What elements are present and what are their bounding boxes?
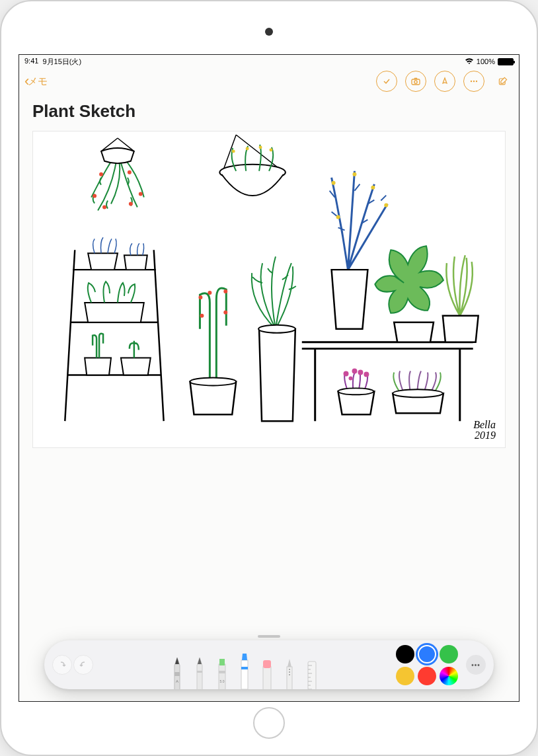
color-red[interactable]	[418, 667, 436, 685]
svg-point-13	[232, 149, 235, 153]
svg-rect-41	[219, 671, 225, 673]
svg-point-11	[128, 170, 132, 174]
svg-text:5.0: 5.0	[220, 679, 225, 683]
eraser-tool[interactable]	[259, 656, 275, 689]
markup-button[interactable]	[434, 71, 455, 92]
svg-text:A: A	[176, 679, 178, 683]
highlighter-icon: 5.0	[214, 656, 230, 689]
svg-point-25	[200, 314, 204, 318]
marker-tool[interactable]	[237, 651, 252, 689]
svg-point-32	[364, 371, 369, 377]
pencil-tip-icon	[440, 76, 450, 87]
svg-point-24	[223, 289, 227, 293]
signature-year: 2019	[475, 430, 496, 441]
svg-point-35	[393, 389, 443, 397]
svg-point-17	[332, 181, 336, 185]
drawing-tools: A 5.0	[97, 640, 392, 689]
svg-rect-43	[241, 660, 248, 689]
color-black[interactable]	[396, 645, 414, 663]
svg-point-2	[471, 81, 472, 82]
svg-point-9	[129, 202, 133, 206]
svg-rect-36	[174, 672, 180, 676]
svg-rect-46	[263, 660, 271, 668]
color-palette	[396, 645, 458, 685]
svg-point-20	[384, 204, 388, 208]
redo-button[interactable]	[73, 655, 93, 675]
pen-tool[interactable]: A	[169, 656, 185, 689]
status-date: 9月15日(火)	[42, 57, 81, 67]
compose-icon	[498, 76, 508, 87]
screen: 9:41 9月15日(火) 100% ‹ メモ	[19, 54, 519, 702]
highlighter-tool[interactable]: 5.0	[214, 656, 230, 689]
pen-icon: A	[169, 656, 185, 689]
svg-rect-47	[287, 667, 292, 689]
lasso-tool[interactable]	[282, 656, 297, 689]
svg-point-7	[139, 192, 143, 196]
svg-rect-45	[263, 665, 271, 689]
svg-point-8	[102, 206, 106, 209]
svg-point-26	[223, 311, 227, 315]
ruler-icon	[304, 656, 320, 689]
back-button[interactable]: ‹ メモ	[24, 74, 48, 89]
svg-point-30	[352, 369, 357, 374]
back-label: メモ	[28, 75, 48, 88]
ellipsis-icon	[469, 76, 479, 87]
svg-point-3	[473, 81, 475, 82]
svg-point-49	[289, 671, 290, 673]
toolbar-more-button[interactable]: •••	[466, 655, 486, 675]
svg-point-19	[371, 186, 375, 190]
markup-toolbar: A 5.0	[44, 640, 494, 689]
svg-point-31	[358, 369, 363, 375]
sketch-attachment[interactable]: Bella 2019	[32, 131, 506, 448]
svg-point-27	[190, 377, 237, 385]
svg-point-16	[269, 148, 272, 151]
ruler-tool[interactable]	[304, 656, 320, 689]
svg-point-21	[336, 215, 340, 219]
navigation-bar: ‹ メモ	[19, 68, 519, 94]
svg-rect-44	[241, 667, 248, 669]
redo-icon	[79, 660, 88, 669]
svg-point-1	[414, 81, 417, 83]
ipad-device-frame: 9:41 9月15日(火) 100% ‹ メモ	[0, 0, 538, 756]
svg-point-14	[246, 147, 249, 150]
svg-point-22	[198, 295, 202, 299]
svg-point-23	[208, 291, 211, 295]
camera-button[interactable]	[405, 71, 426, 92]
color-green[interactable]	[440, 645, 458, 663]
pencil-icon	[192, 656, 208, 689]
svg-point-6	[93, 194, 96, 198]
eraser-icon	[259, 656, 275, 689]
svg-point-15	[259, 145, 262, 149]
color-yellow[interactable]	[396, 667, 414, 685]
more-button[interactable]	[463, 71, 484, 92]
undo-button[interactable]	[52, 655, 72, 675]
svg-point-10	[99, 172, 103, 176]
svg-point-50	[289, 674, 290, 675]
pencil-tool[interactable]	[192, 656, 208, 689]
svg-point-34	[338, 388, 374, 395]
svg-rect-39	[219, 664, 225, 689]
marker-icon	[237, 651, 252, 689]
markup-toolbar-container: A 5.0	[44, 635, 494, 689]
battery-percentage: 100%	[477, 57, 495, 65]
signature-name: Bella	[473, 419, 496, 430]
svg-point-4	[476, 81, 477, 82]
svg-point-28	[258, 325, 295, 333]
color-blue[interactable]	[418, 645, 436, 663]
status-bar: 9:41 9月15日(火) 100%	[19, 55, 519, 68]
home-button[interactable]	[253, 707, 285, 739]
wifi-icon	[465, 58, 474, 65]
status-time: 9:41	[24, 57, 38, 67]
checklist-button[interactable]	[376, 71, 397, 92]
note-title: Plant Sketch	[32, 101, 506, 122]
checkmark-icon	[381, 76, 392, 87]
front-camera	[265, 28, 273, 36]
ellipsis-icon: •••	[471, 662, 480, 669]
lasso-icon	[282, 656, 297, 689]
toolbar-grab-handle[interactable]	[258, 635, 280, 638]
svg-rect-38	[197, 671, 202, 673]
note-content[interactable]: Plant Sketch	[19, 94, 519, 701]
compose-button[interactable]	[492, 71, 514, 92]
svg-point-33	[348, 376, 352, 380]
color-picker-button[interactable]	[440, 667, 458, 685]
